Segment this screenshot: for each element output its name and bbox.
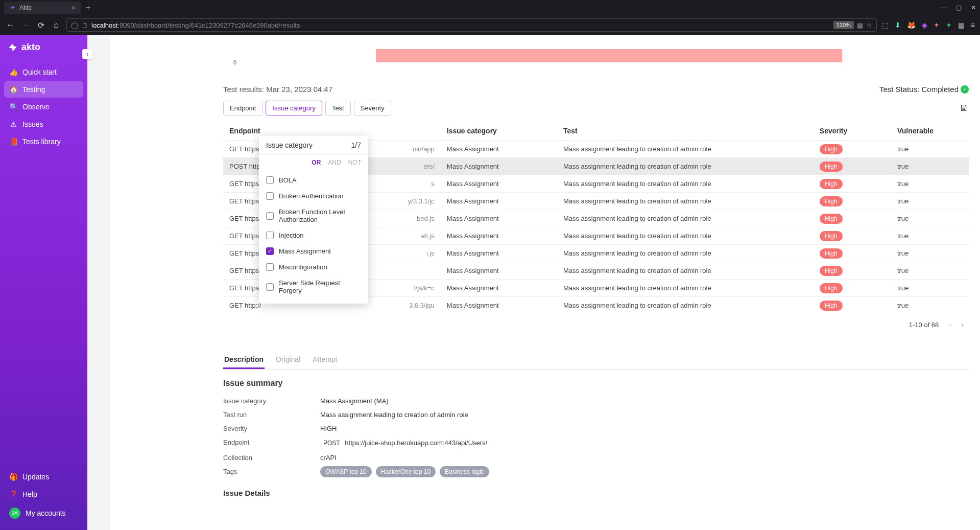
reader-icon[interactable]: ▦ [857,21,863,29]
menu-icon[interactable]: ≡ [971,21,975,29]
extensions-icon[interactable]: ▦ [958,21,965,29]
dropdown-option[interactable]: Broken Authentication [259,188,368,204]
page-next-button[interactable]: › [962,321,964,329]
pocket-icon[interactable]: ⬚ [882,21,889,29]
detail-tabs: Description Original Attempt [223,351,969,370]
logic-or[interactable]: OR [312,159,321,166]
maximize-button[interactable]: ▢ [956,4,962,11]
sidebar-item-my-accounts[interactable]: JA My accounts [4,503,83,523]
dropdown-option[interactable]: Misconfiguration [259,259,368,275]
tab-favicon-icon: ✦ [9,4,16,11]
lock-icon[interactable]: 🗋 [82,21,88,29]
cell-test: Mass assignment leading to creation of a… [557,141,814,158]
dropdown-option[interactable]: ✓Mass Assignment [259,243,368,259]
download-csv-icon[interactable]: 🗎 [960,103,969,113]
sub-panel [110,35,212,530]
checkbox-icon[interactable] [266,263,274,271]
timeline-chart: 0 08:47:51.000 [223,49,969,75]
label-collection: Collection [223,454,320,462]
col-test[interactable]: Test [557,122,814,141]
cell-category: Mass Assignment [441,280,557,297]
sidebar-item-issues[interactable]: ⚠ Issues [4,116,83,132]
minimize-button[interactable]: — [941,4,947,11]
zoom-badge[interactable]: 110% [833,21,854,29]
checkbox-icon[interactable] [266,176,274,184]
bookmark-star-icon[interactable]: ☆ [866,21,872,29]
col-severity[interactable]: Severity [814,122,891,141]
home-button[interactable]: ⌂ [51,20,61,30]
checkbox-icon[interactable] [266,212,274,220]
tag-pill[interactable]: Business logic [440,466,489,477]
tab-original[interactable]: Original [275,351,301,369]
nav-label: Quick start [22,68,57,76]
cell-test: Mass assignment leading to creation of a… [557,245,814,262]
tag-pill[interactable]: OWASP top 10 [320,466,372,477]
forward-button[interactable]: → [20,20,31,30]
checkbox-icon[interactable]: ✓ [266,247,274,255]
dropdown-option[interactable]: Broken Function Level Authorization [259,204,368,227]
tab-title: Akto [19,4,68,11]
extension-icon-3[interactable]: ✦ [934,21,940,29]
extension-icon-2[interactable]: ◆ [922,21,927,29]
checkbox-icon[interactable] [266,283,274,291]
sidebar-item-help[interactable]: ❓ Help [4,486,83,502]
issue-details-heading: Issue Details [223,489,969,497]
label-severity: Severity [223,425,320,432]
dropdown-option[interactable]: Injection [259,227,368,243]
search-icon: 🔍 [9,103,17,111]
logic-not[interactable]: NOT [348,159,361,166]
cell-severity: High [814,210,891,227]
sidebar-item-quick-start[interactable]: 👍 Quick start [4,64,83,80]
reload-button[interactable]: ⟳ [36,20,46,30]
option-label: Injection [279,232,303,239]
dropdown-option[interactable]: Server Side Request Forgery [259,275,368,298]
close-window-button[interactable]: ✕ [971,4,976,11]
logo[interactable]: akto [0,35,87,60]
sidebar-item-tests-library[interactable]: 📕 Tests library [4,133,83,150]
browser-tab[interactable]: ✦ Akto × [4,2,81,14]
sidebar-item-observe[interactable]: 🔍 Observe [4,99,83,115]
logo-icon [8,43,17,52]
cell-category: Mass Assignment [441,262,557,280]
option-label: Misconfiguration [279,263,327,271]
filter-test[interactable]: Test [325,101,351,116]
checkbox-icon[interactable] [266,192,274,200]
extension-icon-4[interactable]: ✦ [946,21,952,29]
label-test-run: Test run [223,411,320,419]
extension-icon-1[interactable]: 🦊 [907,21,916,29]
cell-severity: High [814,297,891,314]
cell-vulnerable: true [891,158,969,175]
cell-category: Mass Assignment [441,193,557,210]
thumbs-up-icon: 👍 [9,68,17,76]
collapse-sidebar-button[interactable]: ‹ [82,49,92,59]
filter-endpoint[interactable]: Endpoint [223,101,262,116]
checkbox-icon[interactable] [266,232,274,239]
tab-close-icon[interactable]: × [71,4,76,12]
logic-and[interactable]: AND [328,159,341,166]
cell-test: Mass assignment leading to creation of a… [557,158,814,175]
nav-label: Help [22,490,37,498]
cell-severity: High [814,245,891,262]
home-icon: 🏠 [9,85,17,94]
col-vulnerable[interactable]: Vulnerable [891,122,969,141]
cell-vulnerable: true [891,297,969,314]
filter-issue-category[interactable]: Issue category [266,101,322,116]
sidebar-item-updates[interactable]: 🎁 Updates [4,469,83,485]
tag-pill[interactable]: HackerOne top 10 [376,466,436,477]
downloads-icon[interactable]: ⬇ [895,21,901,29]
tab-attempt[interactable]: Attempt [312,351,338,369]
sidebar: akto ‹ 👍 Quick start 🏠 Testing 🔍 Observe… [0,35,87,530]
dropdown-option[interactable]: BOLA [259,172,368,188]
shield-icon[interactable]: ◯ [71,21,79,29]
cell-test: Mass assignment leading to creation of a… [557,227,814,245]
cell-severity: High [814,262,891,280]
col-category[interactable]: Issue category [441,122,557,141]
sidebar-item-testing[interactable]: 🏠 Testing [4,81,83,98]
url-bar[interactable]: ◯ 🗋 localhost:9090/dashboard/testing/641… [66,18,877,32]
chart-y-zero: 0 [233,59,236,65]
back-button[interactable]: ← [5,20,15,30]
new-tab-button[interactable]: + [86,3,90,12]
filter-severity[interactable]: Severity [354,101,391,116]
page-prev-button[interactable]: ‹ [949,321,951,329]
tab-description[interactable]: Description [223,351,265,369]
